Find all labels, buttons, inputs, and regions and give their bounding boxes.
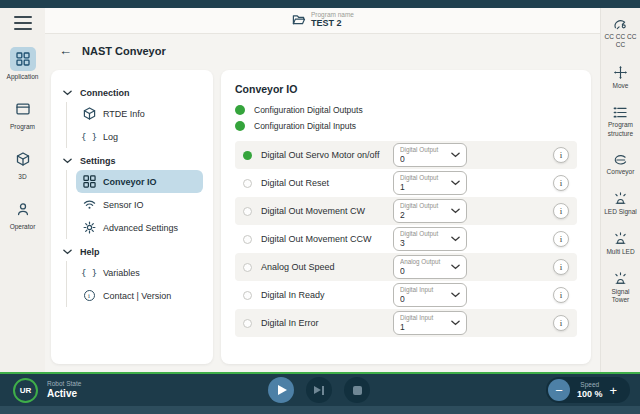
speed-increase-button[interactable]: + <box>610 383 618 398</box>
io-select-dropdown[interactable]: Digital Output 3 <box>393 227 467 251</box>
io-row-label: Digital Out Reset <box>261 178 393 188</box>
speed-decrease-button[interactable]: − <box>548 379 570 401</box>
braces-icon: { } <box>82 132 96 142</box>
status-dot <box>243 235 252 244</box>
program-name-label: Program name <box>311 11 354 18</box>
speed-label: Speed <box>580 381 599 388</box>
io-type-label: Digital Output <box>400 174 447 182</box>
nav-section-connection[interactable]: Connection <box>61 84 203 102</box>
left-rail: Application Program 3D Operator <box>0 8 45 372</box>
nav-section-help[interactable]: Help <box>61 243 203 261</box>
info-icon[interactable]: i <box>553 147 569 163</box>
status-line: Configuration Digital Inputs <box>235 121 577 131</box>
io-value: 1 <box>400 322 447 332</box>
io-select-dropdown[interactable]: Analog Output 0 <box>393 255 467 279</box>
io-select-dropdown[interactable]: Digital Output 1 <box>393 171 467 195</box>
chevron-down-icon <box>451 264 460 270</box>
chevron-down-icon <box>451 292 460 298</box>
nav-item-rtde-info[interactable]: RTDE Info <box>76 102 203 125</box>
rail-item-led-signal[interactable]: LED Signal <box>604 192 638 216</box>
status-line: Configuration Digital Outputs <box>235 105 577 115</box>
rail-item-label: Application <box>7 73 39 80</box>
rail-item-label: LED Signal <box>604 208 638 216</box>
rail-item-program[interactable]: Program <box>10 97 36 130</box>
io-row-label: Digital In Error <box>261 318 393 328</box>
nav-item-label: Log <box>103 132 118 142</box>
info-icon[interactable]: i <box>553 315 569 331</box>
io-value: 2 <box>400 210 447 220</box>
chevron-down-icon <box>63 158 72 164</box>
io-row-label: Analog Out Speed <box>261 262 393 272</box>
io-value: 0 <box>400 154 447 164</box>
rail-item-label: Program structure <box>604 121 638 137</box>
info-icon[interactable]: i <box>553 203 569 219</box>
play-button[interactable] <box>268 377 294 403</box>
status-dot <box>243 291 252 300</box>
page-title: NAST Conveyor <box>82 45 166 57</box>
info-icon[interactable]: i <box>553 287 569 303</box>
io-select-dropdown[interactable]: Digital Input 0 <box>393 283 467 307</box>
info-icon[interactable]: i <box>553 175 569 191</box>
rail-item-label: 3D <box>18 173 26 180</box>
rail-item-program-structure[interactable]: Program structure <box>604 106 638 137</box>
status-dot <box>243 151 252 160</box>
footer-strip <box>0 406 640 414</box>
rail-item-label: Conveyor <box>604 168 638 176</box>
status-text: Configuration Digital Outputs <box>254 105 363 115</box>
nav-item-contact-version[interactable]: i Contact | Version <box>76 284 203 307</box>
stop-button[interactable] <box>344 377 370 403</box>
speed-control: − Speed 100 % + <box>546 377 630 403</box>
nav-item-log[interactable]: { } Log <box>76 125 203 148</box>
program-name: TEST 2 <box>311 18 354 28</box>
step-button[interactable] <box>306 377 332 403</box>
footer: UR Robot State Active − Speed 100 % + <box>0 372 640 414</box>
rail-item-multi-led[interactable]: Multi LED <box>604 232 638 256</box>
rail-item-operator[interactable]: Operator <box>10 197 36 230</box>
cube-icon <box>10 147 36 171</box>
nav-item-conveyor-io[interactable]: Conveyor IO <box>76 170 203 193</box>
io-row-reset: Digital Out Reset Digital Output 1 i <box>235 169 577 197</box>
io-select-dropdown[interactable]: Digital Output 0 <box>393 143 467 167</box>
led-icon <box>613 232 628 246</box>
robot-state-label: Robot State <box>47 380 81 388</box>
stop-icon <box>353 386 362 395</box>
io-select-dropdown[interactable]: Digital Input 1 <box>393 311 467 335</box>
gear-icon <box>82 221 96 234</box>
info-icon[interactable]: i <box>553 259 569 275</box>
wifi-icon <box>82 198 96 211</box>
gripper-icon <box>613 18 628 31</box>
panel-title: Conveyor IO <box>235 83 577 95</box>
nav-section-label: Connection <box>80 88 130 98</box>
rail-item-application[interactable]: Application <box>7 47 39 80</box>
rail-item-conveyor[interactable]: Conveyor <box>604 154 638 176</box>
chevron-down-icon <box>451 180 460 186</box>
io-select-dropdown[interactable]: Digital Output 2 <box>393 199 467 223</box>
io-type-label: Digital Input <box>400 286 447 294</box>
io-row-label: Digital Out Servo Motor on/off <box>261 150 393 160</box>
program-info[interactable]: Program name TEST 2 <box>291 11 354 29</box>
nav-item-label: Variables <box>103 268 140 278</box>
rail-item-gripper[interactable]: CC CC CC CC <box>604 18 638 49</box>
status-ok-icon <box>235 105 245 115</box>
nav-item-label: Sensor IO <box>103 200 144 210</box>
info-icon[interactable]: i <box>553 231 569 247</box>
status-text: Configuration Digital Inputs <box>254 121 356 131</box>
skip-icon <box>314 386 324 395</box>
hamburger-menu-icon[interactable] <box>14 16 32 30</box>
settings-nav-panel: Connection RTDE Info { } Log Settings <box>51 70 213 364</box>
nav-section-settings[interactable]: Settings <box>61 152 203 170</box>
io-row-movement-cw: Digital Out Movement CW Digital Output 2… <box>235 197 577 225</box>
nav-item-variables[interactable]: { } Variables <box>76 261 203 284</box>
rail-item-signal-tower[interactable]: Signal Tower <box>604 272 638 304</box>
main-content: ← NAST Conveyor Connection RTDE Info { }… <box>45 34 600 372</box>
nav-item-label: RTDE Info <box>103 109 145 119</box>
rail-item-3d[interactable]: 3D <box>10 147 36 180</box>
chevron-down-icon <box>451 236 460 242</box>
rail-item-label: Operator <box>10 223 36 230</box>
io-row-movement-ccw: Digital Out Movement CCW Digital Output … <box>235 225 577 253</box>
rail-item-move[interactable]: Move <box>604 65 638 90</box>
nav-item-sensor-io[interactable]: Sensor IO <box>76 193 203 216</box>
back-arrow-icon[interactable]: ← <box>59 44 72 57</box>
nav-item-advanced-settings[interactable]: Advanced Settings <box>76 216 203 239</box>
status-dot <box>243 263 252 272</box>
